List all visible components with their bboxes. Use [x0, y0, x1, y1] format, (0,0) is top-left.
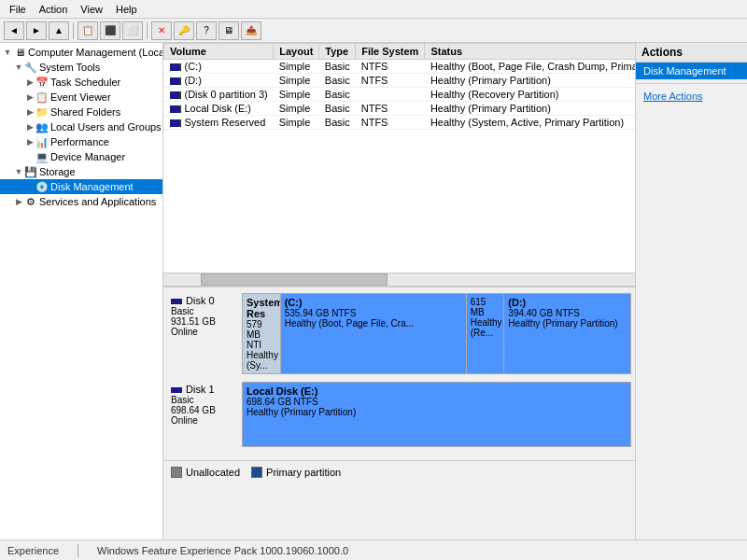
menu-file[interactable]: File [4, 3, 32, 16]
tree-root[interactable]: ▼ 🖥 Computer Management (Local) [0, 45, 162, 60]
partition-status: Healthy (Sy... [247, 350, 276, 371]
cell-layout: Simple [274, 74, 319, 88]
cell-fs: NTFS [356, 116, 425, 130]
volume-icon [170, 105, 181, 113]
partition-size: 579 MB NTI [247, 319, 276, 350]
cell-volume: Local Disk (E:) [164, 102, 274, 116]
event-viewer-label: Event Viewer [50, 91, 111, 103]
cell-fs: NTFS [356, 74, 425, 88]
legend-bar: Unallocated Primary partition [163, 460, 635, 483]
local-users-icon: 👥 [35, 120, 49, 133]
tree-system-tools[interactable]: ▼ 🔧 System Tools [0, 60, 162, 75]
disk-partition[interactable]: Local Disk (E:)698.64 GB NTFSHealthy (Pr… [243, 383, 630, 446]
show-hide-button[interactable]: 📋 [78, 21, 98, 40]
tree-shared-folders[interactable]: ▶ 📁 Shared Folders [0, 105, 162, 119]
disk-bar: System Res579 MB NTIHealthy (Sy...(C:)53… [242, 293, 631, 374]
cell-type: Basic [319, 116, 356, 130]
tree-storage[interactable]: ▼ 💾 Storage [0, 164, 162, 179]
disk-management-icon: 💿 [35, 180, 49, 193]
tree-performance[interactable]: ▶ 📊 Performance [0, 134, 162, 149]
table-row[interactable]: Local Disk (E:)SimpleBasicNTFSHealthy (P… [164, 102, 636, 116]
disk-partition[interactable]: (D:)394.40 GB NTFSHealthy (Primary Parti… [504, 294, 630, 373]
export-button[interactable]: 📤 [241, 21, 261, 40]
table-row[interactable]: System ReservedSimpleBasicNTFSHealthy (S… [164, 116, 636, 130]
btn2[interactable]: ⬛ [100, 21, 120, 40]
device-manager-label: Device Manager [50, 151, 125, 162]
table-row[interactable]: (D:)SimpleBasicNTFSHealthy (Primary Part… [164, 74, 636, 88]
tree-disk-management[interactable]: 💿 Disk Management [0, 179, 162, 194]
disk-status: Online [171, 415, 238, 426]
partition-status: Healthy (Primary Partition) [508, 318, 627, 329]
col-fs: File System [356, 44, 425, 60]
menu-view[interactable]: View [75, 3, 108, 16]
partition-name: Local Disk (E:) [247, 385, 627, 397]
legend-primary: Primary partition [251, 467, 341, 478]
shared-folders-label: Shared Folders [50, 106, 120, 118]
expand-event-viewer: ▶ [24, 91, 35, 103]
expand-task-scheduler: ▶ [24, 77, 35, 88]
properties-button[interactable]: 🔑 [174, 21, 194, 40]
status-separator [78, 544, 78, 557]
disk-status: Online [171, 327, 238, 337]
col-status: Status [425, 44, 635, 60]
disk-row: Disk 0Basic931.51 GBOnlineSystem Res579 … [167, 293, 631, 374]
cell-type: Basic [319, 88, 356, 102]
expand-services: ▶ [13, 196, 24, 207]
legend-unallocated-label: Unallocated [186, 467, 240, 478]
tree-local-users[interactable]: ▶ 👥 Local Users and Groups [0, 119, 162, 134]
cell-status: Healthy (Primary Partition) [425, 74, 635, 88]
table-row[interactable]: (C:)SimpleBasicNTFSHealthy (Boot, Page F… [164, 60, 636, 74]
tree-task-scheduler[interactable]: ▶ 📅 Task Scheduler [0, 75, 162, 90]
disk-partition[interactable]: (C:)535.94 GB NTFSHealthy (Boot, Page Fi… [281, 294, 467, 373]
task-scheduler-icon: 📅 [35, 76, 49, 89]
scrollbar-thumb[interactable] [201, 273, 388, 286]
system-tools-label: System Tools [39, 62, 100, 73]
help-button[interactable]: ? [196, 21, 217, 40]
cell-fs: NTFS [356, 102, 425, 116]
cell-volume: System Reserved [164, 116, 274, 130]
services-icon: ⚙ [24, 195, 37, 208]
disk-graphic-area: Disk 0Basic931.51 GBOnlineSystem Res579 … [163, 286, 635, 460]
horizontal-scrollbar[interactable] [163, 273, 635, 286]
refresh-button[interactable]: 🖥 [218, 21, 239, 40]
table-row[interactable]: (Disk 0 partition 3)SimpleBasicHealthy (… [164, 88, 636, 102]
back-button[interactable]: ◄ [4, 21, 24, 40]
disk-label: Disk 0Basic931.51 GBOnline [167, 293, 242, 374]
menu-action[interactable]: Action [34, 3, 74, 16]
expand-storage: ▼ [13, 166, 24, 177]
col-volume: Volume [164, 44, 274, 60]
partition-size: 394.40 GB NTFS [508, 308, 627, 318]
cell-type: Basic [319, 60, 356, 74]
toolbar-separator-2 [147, 22, 148, 39]
btn3[interactable]: ⬜ [122, 21, 143, 40]
forward-button[interactable]: ► [26, 21, 47, 40]
expand-performance: ▶ [24, 136, 35, 147]
menu-help[interactable]: Help [110, 3, 143, 16]
tree-event-viewer[interactable]: ▶ 📋 Event Viewer [0, 90, 162, 105]
menu-bar: File Action View Help [0, 0, 747, 19]
status-experience: Experience [7, 545, 59, 556]
stop-button[interactable]: ✕ [151, 21, 172, 40]
main-window: File Action View Help ◄ ► ▲ 📋 ⬛ ⬜ ✕ 🔑 ? … [0, 0, 747, 560]
partition-size: 615 MB [471, 297, 500, 317]
up-button[interactable]: ▲ [49, 21, 69, 40]
partition-name: (C:) [285, 297, 462, 308]
disk-indicator-icon [171, 299, 182, 304]
partition-size: 535.94 GB NTFS [285, 308, 462, 318]
tree-services[interactable]: ▶ ⚙ Services and Applications [0, 194, 162, 209]
disk-indicator-icon [171, 387, 182, 393]
cell-volume: (D:) [164, 74, 274, 88]
cell-fs: NTFS [356, 60, 425, 74]
disk-partition[interactable]: 615 MBHealthy (Re... [467, 294, 505, 373]
shared-folders-icon: 📁 [35, 105, 49, 119]
computer-icon: 🖥 [13, 46, 26, 59]
disk-partition[interactable]: System Res579 MB NTIHealthy (Sy... [243, 294, 281, 373]
legend-unallocated: Unallocated [171, 467, 240, 478]
action-disk-management[interactable]: Disk Management [636, 63, 747, 79]
actions-header: Actions [636, 43, 747, 63]
disk-name: Disk 0 [171, 295, 238, 306]
table-scroll[interactable]: Volume Layout Type File System Status (C… [163, 43, 635, 273]
expand-system-tools: ▼ [13, 62, 24, 73]
tree-device-manager[interactable]: 💻 Device Manager [0, 149, 162, 164]
action-more-actions[interactable]: More Actions [636, 88, 747, 105]
